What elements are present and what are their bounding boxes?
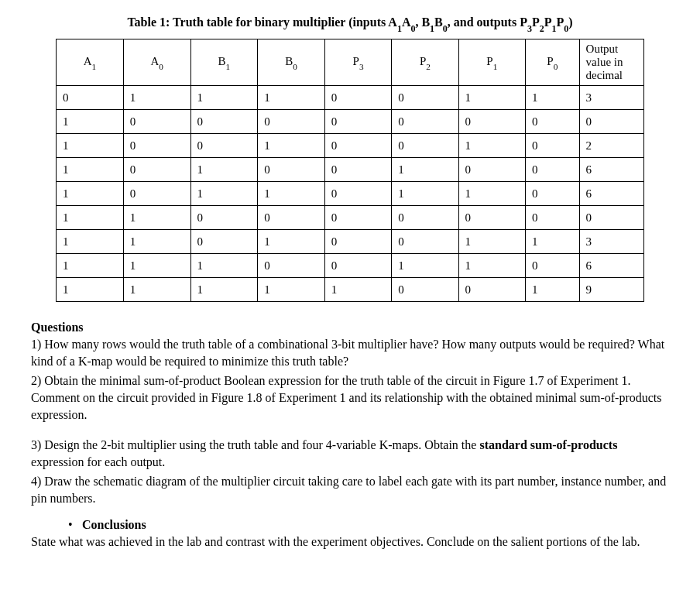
table-cell: 2	[579, 134, 643, 158]
header-a0: A0	[123, 39, 190, 86]
table-cell: 1	[123, 86, 190, 110]
table-cell: 0	[458, 278, 525, 302]
table-cell: 1	[57, 206, 124, 230]
table-cell: 0	[258, 158, 325, 182]
table-cell: 1	[324, 278, 391, 302]
table-cell: 9	[579, 278, 643, 302]
table-row: 101001006	[57, 158, 644, 182]
question-2: 2) Obtain the minimal sum-of-product Boo…	[31, 372, 669, 423]
table-cell: 1	[123, 206, 190, 230]
conclusions-heading: •Conclusions	[68, 518, 669, 532]
table-cell: 1	[190, 278, 258, 302]
table-cell: 0	[190, 230, 258, 254]
table-row: 111110019	[57, 278, 644, 302]
table-row: 011100113	[57, 86, 644, 110]
table-title: Table 1: Truth table for binary multipli…	[31, 15, 669, 33]
table-cell: 1	[458, 134, 525, 158]
table-cell: 0	[190, 110, 258, 134]
header-b1: B1	[190, 39, 258, 86]
table-cell: 6	[579, 182, 643, 206]
table-row: 101101106	[57, 182, 644, 206]
header-p0: P0	[525, 39, 579, 86]
table-row: 100100102	[57, 134, 644, 158]
table-cell: 0	[190, 206, 258, 230]
question-1: 1) How many rows would the truth table o…	[31, 336, 669, 369]
table-cell: 1	[57, 134, 124, 158]
table-cell: 1	[258, 134, 325, 158]
table-row: 110000000	[57, 206, 644, 230]
table-cell: 0	[458, 206, 525, 230]
table-cell: 1	[190, 158, 258, 182]
table-cell: 0	[324, 110, 391, 134]
table-cell: 0	[392, 230, 458, 254]
table-cell: 1	[392, 254, 458, 278]
table-cell: 6	[579, 254, 643, 278]
table-cell: 1	[57, 158, 124, 182]
table-cell: 0	[525, 110, 579, 134]
table-cell: 1	[392, 182, 458, 206]
header-output-decimal: Outputvalue indecimal	[579, 39, 643, 86]
question-3: 3) Design the 2-bit multiplier using the…	[31, 437, 669, 470]
table-cell: 1	[258, 230, 325, 254]
table-cell: 6	[579, 158, 643, 182]
table-cell: 0	[525, 254, 579, 278]
table-cell: 0	[258, 254, 325, 278]
table-cell: 1	[392, 158, 458, 182]
table-cell: 0	[525, 134, 579, 158]
table-cell: 0	[579, 110, 643, 134]
table-cell: 0	[392, 86, 458, 110]
table-cell: 3	[579, 86, 643, 110]
table-header-row: A1 A0 B1 B0 P3 P2 P1 P0 Outputvalue inde…	[57, 39, 644, 86]
table-cell: 0	[458, 110, 525, 134]
table-cell: 0	[392, 206, 458, 230]
questions-heading: Questions	[31, 321, 669, 334]
table-cell: 0	[324, 254, 391, 278]
table-cell: 1	[190, 254, 258, 278]
table-row: 100000000	[57, 110, 644, 134]
table-cell: 1	[458, 230, 525, 254]
table-cell: 1	[258, 182, 325, 206]
table-cell: 3	[579, 230, 643, 254]
header-p2: P2	[392, 39, 458, 86]
header-b0: B0	[258, 39, 325, 86]
table-cell: 1	[57, 182, 124, 206]
table-cell: 0	[190, 134, 258, 158]
table-cell: 0	[458, 158, 525, 182]
bullet-icon: •	[68, 518, 82, 532]
table-cell: 0	[57, 86, 124, 110]
conclusions-text: State what was achieved in the lab and c…	[31, 533, 669, 551]
table-cell: 0	[123, 182, 190, 206]
table-cell: 1	[123, 278, 190, 302]
table-row: 110100113	[57, 230, 644, 254]
table-cell: 0	[392, 278, 458, 302]
table-cell: 1	[57, 110, 124, 134]
table-cell: 0	[324, 182, 391, 206]
table-cell: 1	[57, 278, 124, 302]
truth-table: A1 A0 B1 B0 P3 P2 P1 P0 Outputvalue inde…	[56, 39, 644, 302]
table-cell: 1	[258, 86, 325, 110]
table-cell: 0	[392, 110, 458, 134]
table-cell: 1	[458, 86, 525, 110]
table-cell: 1	[525, 86, 579, 110]
table-cell: 0	[579, 206, 643, 230]
table-cell: 0	[525, 158, 579, 182]
header-p1: P1	[458, 39, 525, 86]
table-cell: 1	[525, 278, 579, 302]
table-cell: 0	[123, 134, 190, 158]
question-4: 4) Draw the schematic diagram of the mul…	[31, 473, 669, 506]
table-cell: 0	[324, 86, 391, 110]
table-cell: 0	[525, 206, 579, 230]
table-cell: 0	[258, 110, 325, 134]
table-cell: 0	[392, 134, 458, 158]
table-cell: 0	[324, 158, 391, 182]
table-cell: 1	[190, 86, 258, 110]
table-cell: 0	[324, 134, 391, 158]
table-cell: 1	[258, 278, 325, 302]
table-cell: 0	[324, 206, 391, 230]
table-cell: 0	[123, 158, 190, 182]
table-cell: 1	[458, 182, 525, 206]
header-a1: A1	[57, 39, 124, 86]
table-cell: 1	[57, 254, 124, 278]
table-row: 111001106	[57, 254, 644, 278]
table-cell: 1	[123, 254, 190, 278]
